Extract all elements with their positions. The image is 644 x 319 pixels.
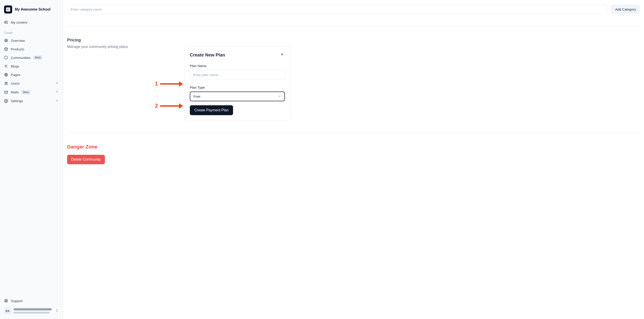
- sidebar-item-users[interactable]: Users: [0, 79, 63, 88]
- user-info: [14, 308, 53, 314]
- card-header: Create New Plan: [190, 52, 285, 58]
- sidebar-item-support[interactable]: Support: [0, 297, 63, 305]
- pricing-section: Pricing Manage your community pricing pl…: [67, 38, 640, 120]
- create-payment-plan-button[interactable]: Create Payment Plan: [190, 105, 233, 115]
- sidebar-item-products[interactable]: Products: [0, 45, 63, 53]
- sidebar-item-label: Users: [11, 81, 20, 85]
- beta-badge: Beta: [22, 90, 30, 94]
- sidebar-item-label: Communities: [11, 56, 30, 60]
- sidebar-header: C My Awesome School: [0, 4, 63, 18]
- svg-point-10: [6, 300, 7, 302]
- sidebar-item-label: Products: [11, 47, 24, 51]
- logo: C: [4, 5, 12, 13]
- svg-point-6: [6, 82, 8, 83]
- plan-type-label: Plan Type: [190, 85, 285, 89]
- sidebar-item-my-content[interactable]: My content: [0, 18, 63, 26]
- plan-name-input[interactable]: [190, 70, 285, 80]
- sidebar-section-label: Create: [0, 26, 63, 36]
- category-name-input[interactable]: [67, 4, 608, 14]
- chevron-right-icon: [55, 81, 59, 85]
- divider: [67, 26, 640, 26]
- sidebar-bottom: Support RA: [0, 297, 63, 317]
- sidebar-item-pages[interactable]: Pages: [0, 70, 63, 79]
- sidebar-item-label: Mails: [11, 90, 19, 94]
- sidebar-item-label: Pages: [11, 73, 20, 77]
- lines-icon: [4, 64, 8, 68]
- danger-zone-section: Danger Zone Delete Community: [67, 144, 640, 164]
- chevron-down-icon: [278, 94, 281, 98]
- sidebar: C My Awesome School My content Create Ov…: [0, 0, 63, 319]
- category-row: Add Category: [67, 4, 640, 14]
- card-title: Create New Plan: [190, 52, 225, 58]
- chat-icon: [4, 55, 8, 60]
- user-menu[interactable]: RA: [0, 305, 63, 317]
- avatar: RA: [4, 307, 11, 315]
- sidebar-item-label: My content: [11, 20, 27, 24]
- logo-letter: C: [6, 7, 10, 11]
- mail-icon: [4, 90, 8, 94]
- close-icon: [280, 53, 284, 57]
- svg-point-2: [6, 40, 6, 41]
- user-name-redacted: [14, 308, 52, 311]
- svg-point-8: [6, 100, 7, 101]
- svg-point-5: [5, 82, 6, 83]
- sidebar-item-label: Overview: [11, 39, 25, 42]
- main-inner: Add Category Pricing Manage your communi…: [67, 4, 640, 164]
- sidebar-item-overview[interactable]: Overview: [0, 36, 63, 45]
- beta-badge: Beta: [33, 55, 42, 60]
- target-icon: [4, 38, 8, 42]
- divider: [67, 132, 640, 133]
- chevron-right-icon: [55, 99, 59, 103]
- pricing-subtitle: Manage your community pricing plans: [67, 45, 640, 49]
- school-name: My Awesome School: [15, 7, 50, 11]
- delete-community-button[interactable]: Delete Community: [67, 155, 105, 164]
- user-email-redacted: [14, 312, 50, 314]
- danger-zone-title: Danger Zone: [67, 144, 640, 150]
- plan-name-label: Plan Name: [190, 64, 285, 68]
- create-plan-card: Create New Plan Plan Name Plan Type Free: [184, 46, 290, 120]
- sidebar-item-communities[interactable]: Communities Beta: [0, 53, 63, 62]
- users-icon: [4, 81, 8, 85]
- add-category-button[interactable]: Add Category: [611, 4, 640, 14]
- sidebar-item-label: Settings: [11, 99, 23, 103]
- sidebar-item-settings[interactable]: Settings: [0, 96, 63, 105]
- box-icon: [4, 47, 8, 51]
- main-content: Add Category Pricing Manage your communi…: [63, 0, 644, 319]
- pricing-title: Pricing: [67, 38, 640, 42]
- gear-icon: [4, 99, 8, 103]
- sidebar-item-mails[interactable]: Mails Beta: [0, 88, 63, 96]
- plan-type-value: Free: [194, 94, 200, 98]
- library-icon: [4, 20, 8, 24]
- sidebar-item-label: Blogs: [11, 64, 19, 68]
- close-button[interactable]: [280, 52, 285, 58]
- chevron-right-icon: [55, 90, 59, 94]
- plan-type-select[interactable]: Free: [190, 92, 285, 101]
- lifebuoy-icon: [4, 299, 8, 303]
- globe-icon: [4, 73, 8, 77]
- chevrons-up-down-icon: [55, 309, 59, 313]
- sidebar-item-blogs[interactable]: Blogs: [0, 62, 63, 70]
- sidebar-item-label: Support: [11, 299, 23, 303]
